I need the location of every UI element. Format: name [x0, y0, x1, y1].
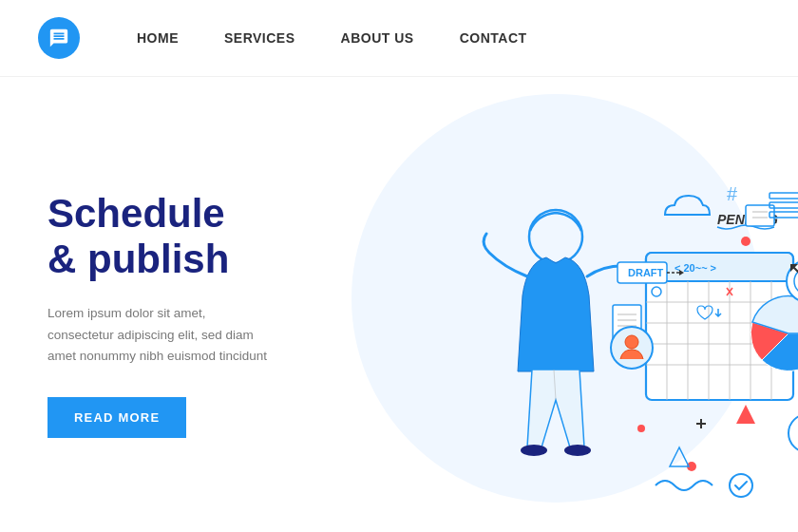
svg-point-49: [730, 474, 752, 497]
svg-point-40: [788, 414, 798, 452]
triangle-1: [670, 447, 689, 466]
hero-headline: Schedule & publish: [48, 191, 285, 283]
clock-icon: [788, 414, 798, 452]
hashtag-top: #: [727, 183, 738, 204]
svg-text:#: #: [727, 183, 738, 204]
read-more-button[interactable]: READ MORE: [48, 397, 186, 438]
main: Schedule & publish Lorem ipsum dolor sit…: [0, 77, 798, 532]
logo[interactable]: [38, 17, 80, 59]
nav-services[interactable]: SERVICES: [224, 30, 295, 46]
plus-decoration: [696, 419, 706, 428]
cloud-decoration: [665, 196, 710, 215]
nav-contact[interactable]: CONTACT: [460, 30, 527, 46]
svg-point-2: [564, 445, 591, 456]
svg-rect-55: [770, 193, 798, 199]
header: HOME SERVICES ABOUT US CONTACT: [0, 0, 798, 77]
illustration-svg: < 20~~ >: [323, 77, 798, 532]
svg-point-0: [529, 210, 582, 263]
profile-avatar: [611, 327, 653, 369]
nav: HOME SERVICES ABOUT US CONTACT: [137, 30, 527, 46]
nav-about[interactable]: ABOUT US: [341, 30, 414, 46]
hero-illustration: < 20~~ >: [323, 77, 798, 532]
svg-point-32: [625, 335, 638, 349]
hero-subtext: Lorem ipsum dolor sit amet, consectetur …: [48, 303, 276, 367]
svg-text:DRAFT: DRAFT: [628, 267, 664, 278]
triangle-2-filled: [736, 405, 755, 424]
nav-home[interactable]: HOME: [137, 30, 179, 46]
dot-orange-1: [741, 237, 750, 246]
svg-rect-4: [646, 253, 793, 281]
hero-left: Schedule & publish Lorem ipsum dolor sit…: [0, 77, 323, 532]
squiggle: [656, 481, 712, 490]
check-circle: [730, 474, 752, 497]
svg-point-1: [521, 445, 547, 456]
dot-orange-3: [637, 425, 645, 432]
